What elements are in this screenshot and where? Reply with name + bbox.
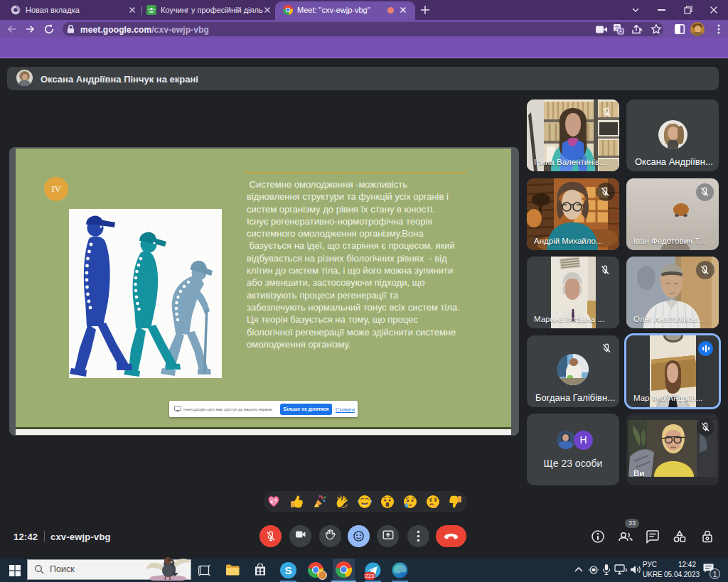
svg-text:A: A <box>619 28 623 33</box>
